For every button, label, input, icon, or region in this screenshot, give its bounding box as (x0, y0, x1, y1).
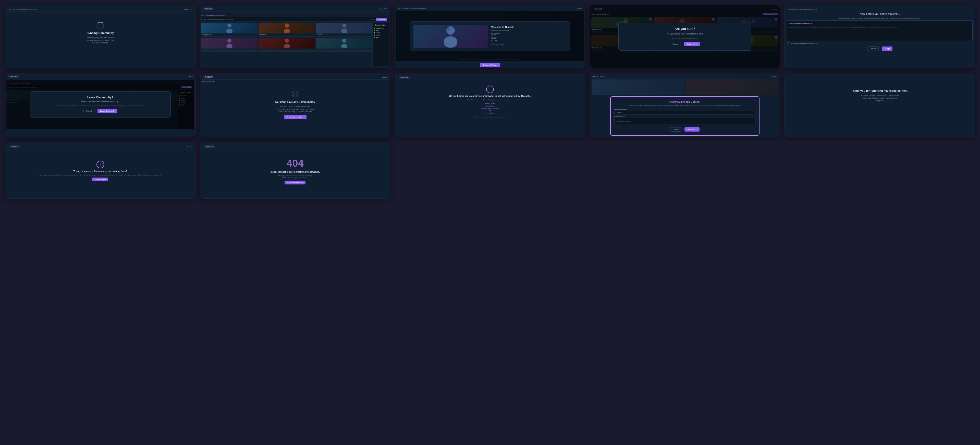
thicket-logo: THICKET (9, 145, 20, 148)
thicket-logo: THICKET (204, 76, 214, 78)
check-out-thicket-button[interactable]: Check out Thicket (480, 63, 500, 67)
svg-point-6 (228, 38, 231, 43)
oops-title: Oops, you got lost or something went wro… (270, 171, 320, 173)
sad-face-icon: ☹ (291, 90, 299, 99)
gif-caption: Cool GIF (491, 38, 566, 39)
share-icon-3[interactable]: ✉ (501, 43, 504, 46)
svg-point-3 (284, 29, 290, 33)
screen-tos: peer 2 peer gif app, uncensorable, based… (784, 5, 975, 68)
incident-details-input[interactable] (614, 118, 756, 124)
tos-checkbox-row[interactable]: I have read and agree to Thicket's Terms… (787, 42, 973, 45)
syncing-title: Syncing Community (87, 32, 114, 35)
gif-title-3: Cool GIF (316, 33, 372, 36)
tos-checkbox-label: I have read and agree to Thicket's Terms… (790, 43, 818, 44)
sure-modal-box: Are you sure? Are you sure you want to d… (618, 23, 751, 51)
svg-point-12 (446, 26, 455, 35)
leave-link[interactable]: ⬅ Leave (593, 76, 598, 77)
screen-trying-access: THICKET Guest2 ! Trying to access a Comm… (5, 142, 196, 199)
exclaim-icon: ! (486, 86, 494, 93)
tagline-left: peer 2 peer gif app, uncensorable, based… (9, 9, 38, 10)
tos-checkbox[interactable] (787, 42, 789, 45)
thicket-logo: THICKET (399, 76, 409, 79)
report-link[interactable]: ⚑ Report (600, 76, 605, 77)
thicket-logo: THICKET (203, 7, 213, 10)
user-label: Guest2 (382, 77, 387, 78)
gif-title-5 (259, 49, 315, 49)
edit-icon[interactable]: ✎ (190, 8, 192, 10)
user-label: Guest2 (184, 9, 189, 10)
thicket-logo: THICKET (8, 75, 19, 78)
community-nav: Your Communities > Peach Whale (201, 15, 224, 16)
thicket-home-button[interactable]: Thicket Home (92, 177, 108, 181)
gif-item-1[interactable]: Hanging Outside (201, 23, 258, 37)
accept-button[interactable]: Accept (882, 46, 892, 51)
404-section: 404 Oops, you got lost or something went… (202, 150, 388, 191)
create-community-button[interactable]: Create Community + (284, 115, 307, 119)
gif-item-3[interactable]: Cool GIF (316, 23, 372, 37)
welcome-modal-title: Welcome to Thicket! (491, 26, 566, 28)
leave-modal-box: Leave Community? Are you sure you want t… (30, 91, 171, 118)
svg-point-9 (284, 44, 290, 48)
share-icon-2[interactable]: ↗ (496, 43, 500, 46)
gif-item-4[interactable] (201, 38, 258, 52)
screen-welcome-modal: peer 2 peer gif app, uncensorable, based… (395, 5, 585, 68)
leave-community-button[interactable]: Leave Community (97, 109, 117, 113)
trying-access-section: ! Trying to access a Community, but noth… (7, 150, 193, 191)
gif-count: 305 mb (371, 19, 375, 20)
leave-modal-title: Leave Community? (34, 96, 166, 99)
tos-agreement-box: THICKET TERMS AGREEMENT Lorem ipsum dolo… (787, 21, 973, 41)
svg-point-10 (342, 38, 346, 43)
cancel-button[interactable]: Cancel (670, 42, 681, 46)
welcome-subtitle: Check out this awesome GIF (491, 30, 566, 32)
gif-item-2[interactable]: Photoshoot! (259, 23, 315, 37)
send-report-button[interactable]: Send Report (684, 127, 700, 132)
trying-access-text: This happens sometimes. Double check you… (40, 174, 161, 176)
report-modal-text: Thanks so much for reporting the malicio… (614, 105, 756, 107)
thank-you-title: Thank you for reporting malicious conten… (851, 89, 908, 92)
svg-point-13 (444, 36, 458, 48)
screen-report-malicious: ⬅ Leave ⚑ Report Guest2 Report Malicious… (590, 73, 780, 137)
incident-label: Incident Details: (614, 116, 756, 118)
gif-created-by: Guest10 (491, 34, 566, 35)
decline-button[interactable]: Decline (867, 46, 879, 51)
edit-icon[interactable]: ✎ (386, 8, 387, 10)
tagline: peer 2 peer gif app, uncensorable, based… (788, 8, 817, 10)
svg-point-8 (285, 38, 289, 43)
screen-your-communities: THICKET Guest2 Your Communities Create C… (590, 5, 780, 68)
screen-404: THICKET 404 Oops, you got lost or someth… (200, 142, 390, 199)
thicket-logo: THICKET (204, 145, 215, 148)
delete-button[interactable]: Delete Thing (684, 42, 700, 46)
thank-you-section: Thank you for reporting malicious conten… (787, 75, 973, 116)
device-ios: iOS Devices (480, 112, 499, 115)
device-android: Android Devices (480, 110, 499, 112)
device-firefox: Mozilla Firefox (480, 105, 499, 108)
gif-title-1: Hanging Outside (201, 33, 258, 36)
no-communities-title: You don't have any Communities. (275, 100, 315, 104)
user-label: Guest10 (187, 76, 192, 77)
syncing-description: Community is syncing data between the br… (85, 37, 116, 44)
device-chrome: Google Chrome (480, 102, 499, 105)
devices-sidebar: Devices Online Guest10 (you) Gorka Sama4… (372, 23, 389, 66)
not-supported-title: Oh no! Looks like your device or browser… (449, 95, 531, 97)
cancel-report-button[interactable]: Cancel (670, 127, 681, 132)
url-bar: https://thicket.sh/culture/Communit1/thr… (201, 17, 389, 22)
exclaim-icon: ! (97, 161, 104, 168)
screen-syncing: peer 2 peer gif app, uncensorable, based… (5, 5, 196, 68)
share-icon-1[interactable]: ♥ (491, 43, 495, 46)
sure-title: Are you sure? (623, 27, 747, 31)
gif-item-5[interactable] (259, 38, 315, 52)
user-label: Guest2 (186, 146, 191, 148)
user-label: Guest10 (380, 8, 385, 10)
devices-title: Devices Online (374, 24, 388, 26)
go-home-button[interactable]: Go to Thicket Home (285, 180, 305, 185)
gif-title-6 (316, 49, 372, 49)
404-number: 404 (286, 158, 304, 169)
leave-modal-text: Are you sure you want to leave the Commu… (34, 100, 166, 103)
copy-link-button[interactable]: COPY LINK (376, 18, 387, 21)
sure-text: Are you sure you want to delete the GIF … (623, 33, 747, 35)
thank-you-text: We'll look into this Community and take … (859, 94, 900, 102)
tos-agreement-title: THICKET TERMS AGREEMENT (789, 23, 970, 25)
user-label: Guest2 (577, 7, 582, 9)
cancel-leave-button[interactable]: Cancel (83, 109, 95, 113)
gif-item-6[interactable] (316, 38, 372, 52)
